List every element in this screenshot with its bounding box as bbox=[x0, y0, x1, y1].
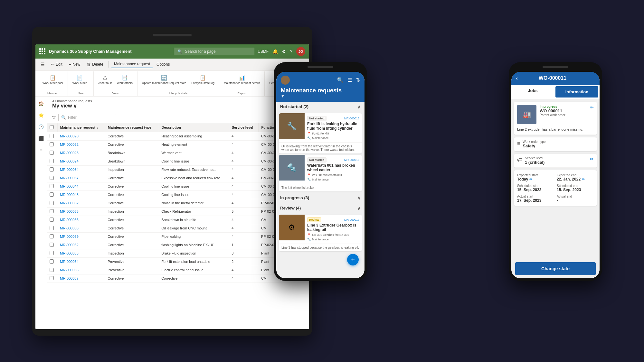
col-type[interactable]: Maintenance request type bbox=[105, 123, 159, 132]
tab-jobs[interactable]: Jobs bbox=[511, 85, 554, 99]
favorites-icon[interactable]: ⭐ bbox=[37, 111, 46, 120]
actual-start-row: 17. Sep. 2023 bbox=[517, 198, 554, 203]
table-header-row: Maintenance request ↕ Maintenance reques… bbox=[47, 123, 309, 132]
bell-icon[interactable]: 🔔 bbox=[272, 49, 278, 54]
row-desc: Oil leakage from CNC mount bbox=[159, 224, 229, 232]
workspaces-icon[interactable]: ⬛ bbox=[37, 134, 46, 143]
row-mr: MR-000052 bbox=[57, 199, 105, 207]
card-mr-000016[interactable]: 🔩 Not started MR-000016 Waterbath 001 ha… bbox=[279, 155, 362, 191]
card-mr-000015[interactable]: 🔧 Not started MR-000015 Forklift is leak… bbox=[279, 113, 362, 153]
maintenance-request-tab[interactable]: Maintenance request bbox=[111, 60, 153, 68]
help-icon[interactable]: ? bbox=[290, 49, 292, 54]
mr-link[interactable]: MR-000034 bbox=[60, 168, 78, 172]
mr-link[interactable]: MR-000022 bbox=[60, 143, 78, 146]
table-row[interactable]: MR-000063 Inspection Brake Fluid inspect… bbox=[47, 249, 309, 257]
mr-link[interactable]: MR-000024 bbox=[60, 159, 78, 163]
mr-link[interactable]: MR-000052 bbox=[60, 201, 78, 205]
mr-link[interactable]: MR-000058 bbox=[60, 226, 78, 230]
table-row[interactable]: MR-000052 Corrective Noise in the metal … bbox=[47, 199, 309, 207]
table-row[interactable]: MR-000059 Corrective Pipe leaking 4 PP-0… bbox=[47, 232, 309, 241]
ribbon-work-order-pool[interactable]: 📋 Work order pool bbox=[41, 74, 65, 85]
phone-left-content: Not started (2) ∧ 🔧 Not started MR-00001… bbox=[276, 102, 365, 278]
mr-link[interactable]: MR-000063 bbox=[60, 251, 78, 255]
ribbon-update-state[interactable]: 🔄 Update maintenance request state bbox=[140, 74, 188, 85]
mr-link[interactable]: MR-000064 bbox=[60, 260, 78, 264]
mr-link[interactable]: MR-000020 bbox=[60, 134, 78, 138]
row-desc: Pipe leaking bbox=[159, 232, 229, 241]
table-row[interactable]: MR-000023 Breakdown Warmer vent 4 CM-00-… bbox=[47, 149, 309, 157]
ribbon-mr-details[interactable]: 📊 Maintenance request details bbox=[222, 74, 262, 85]
table-row[interactable]: MR-000022 Corrective Heating element 4 C… bbox=[47, 140, 309, 149]
mr-link[interactable]: MR-000023 bbox=[60, 151, 78, 155]
section-in-progress[interactable]: In progress (3) ∨ bbox=[276, 193, 365, 203]
mr-link[interactable]: MR-000056 bbox=[60, 218, 78, 222]
back-button[interactable]: ‹ bbox=[516, 75, 518, 82]
recent-icon[interactable]: 🕐 bbox=[37, 122, 46, 131]
ribbon-asset-fault[interactable]: ⚠ Asset fault bbox=[96, 74, 114, 85]
phone-left-dropdown[interactable]: ▼ bbox=[281, 94, 360, 98]
table-row[interactable]: MR-000062 Corrective flashing lights on … bbox=[47, 241, 309, 249]
card-body-mr-000017: Review MR-000017 Line 3 Extruder Gearbox… bbox=[305, 215, 362, 244]
fab-add-button[interactable]: + bbox=[347, 254, 359, 265]
phone-left-filter-icon[interactable]: ☰ bbox=[347, 77, 352, 83]
ribbon-work-orders[interactable]: 📑 Work orders bbox=[115, 74, 135, 85]
phone-left-search-icon[interactable]: 🔍 bbox=[337, 77, 344, 83]
table-row[interactable]: MR-000055 Inspection Check Refrigerator … bbox=[47, 207, 309, 216]
mr-link[interactable]: MR-000066 bbox=[60, 268, 78, 272]
card-tag-3: 🔧 Maintenance bbox=[307, 238, 359, 241]
filter-input[interactable]: 🔍 Filter bbox=[58, 114, 116, 121]
mr-link[interactable]: MR-000062 bbox=[60, 243, 78, 247]
delete-button[interactable]: 🗑 Delete bbox=[84, 61, 106, 68]
mr-link[interactable]: MR-000044 bbox=[60, 184, 78, 188]
change-state-button[interactable]: Change state bbox=[515, 262, 596, 275]
mr-link[interactable]: MR-000067 bbox=[60, 276, 78, 280]
search-bar[interactable]: 🔍 Search for a page bbox=[174, 48, 254, 55]
mr-link[interactable]: MR-000055 bbox=[60, 209, 78, 213]
table-row[interactable]: MR-000020 Corrective Heating boiler asse… bbox=[47, 132, 309, 140]
section-review[interactable]: Review (4) ∧ bbox=[276, 203, 365, 213]
service-level-edit-icon[interactable]: ✏ bbox=[590, 156, 594, 162]
mr-link[interactable]: MR-000037 bbox=[60, 176, 78, 180]
table-row[interactable]: MR-000034 Inspection Flow rate reduced. … bbox=[47, 165, 309, 174]
user-avatar[interactable]: JO bbox=[296, 47, 305, 56]
mr-link[interactable]: MR-000048 bbox=[60, 193, 78, 197]
col-level[interactable]: Service level bbox=[229, 123, 259, 132]
modules-icon[interactable]: ≡ bbox=[37, 145, 46, 154]
section-not-started[interactable]: Not started (2) ∧ bbox=[276, 102, 365, 112]
hamburger-icon[interactable]: ☰ bbox=[38, 60, 47, 69]
waffle-icon[interactable] bbox=[39, 48, 46, 55]
col-mr[interactable]: Maintenance request ↕ bbox=[57, 123, 105, 132]
phone-left-sort-icon[interactable]: ⇅ bbox=[356, 77, 360, 83]
home-icon[interactable]: 🏠 bbox=[37, 99, 46, 108]
ribbon-state-log[interactable]: 📋 Lifecycle state log bbox=[189, 74, 216, 85]
view-name[interactable]: My view ∨ bbox=[52, 103, 92, 109]
card-mr-000017[interactable]: ⚙ Review MR-000017 Line 3 Extruder Gearb… bbox=[279, 215, 362, 251]
expected-end-edit[interactable]: ✏ bbox=[582, 177, 585, 181]
col-desc[interactable]: Description bbox=[159, 123, 229, 132]
tab-information[interactable]: Information bbox=[555, 86, 598, 97]
table-row[interactable]: MR-000058 Corrective Oil leakage from CN… bbox=[47, 224, 309, 232]
mr-link[interactable]: MR-000059 bbox=[60, 235, 78, 238]
table-row[interactable]: MR-000048 Corrective Cooling line Issue … bbox=[47, 190, 309, 199]
table-row[interactable]: MR-000037 Corrective Excessive heat and … bbox=[47, 174, 309, 182]
edit-button[interactable]: ✏ Edit bbox=[48, 61, 65, 68]
row-mr: MR-000034 bbox=[57, 165, 105, 174]
ribbon-work-order[interactable]: 📄 Work order bbox=[71, 74, 89, 85]
row-checkbox bbox=[47, 190, 57, 199]
wo-edit-icon[interactable]: ✏ bbox=[590, 105, 594, 110]
card-mr-id-1: MR-000015 bbox=[344, 117, 359, 120]
new-button[interactable]: + New bbox=[66, 61, 83, 68]
table-row[interactable]: MR-000064 Preventive Forklift extension … bbox=[47, 257, 309, 266]
table-row[interactable]: MR-000024 Breakdown Cooling line issue 4… bbox=[47, 157, 309, 165]
table-row[interactable]: MR-000056 Corrective Breakdown in air kn… bbox=[47, 216, 309, 224]
table-row[interactable]: MR-000044 Corrective Cooling line issue … bbox=[47, 182, 309, 190]
select-all-checkbox[interactable] bbox=[50, 125, 54, 129]
options-button[interactable]: Options bbox=[154, 61, 172, 68]
scheduled-end: Scheduled end 15. Sep. 2023 bbox=[557, 184, 594, 192]
table-row[interactable]: MR-000067 Corrective Corrective 4 CM bbox=[47, 274, 309, 283]
filter-icon[interactable]: ▽ bbox=[52, 115, 56, 120]
expected-start-edit[interactable]: ✏ bbox=[529, 177, 533, 181]
table-row[interactable]: MR-000066 Preventive Electric control pa… bbox=[47, 266, 309, 274]
settings-icon[interactable]: ⚙ bbox=[282, 49, 286, 54]
work-orders-icon: 📑 bbox=[121, 75, 128, 81]
